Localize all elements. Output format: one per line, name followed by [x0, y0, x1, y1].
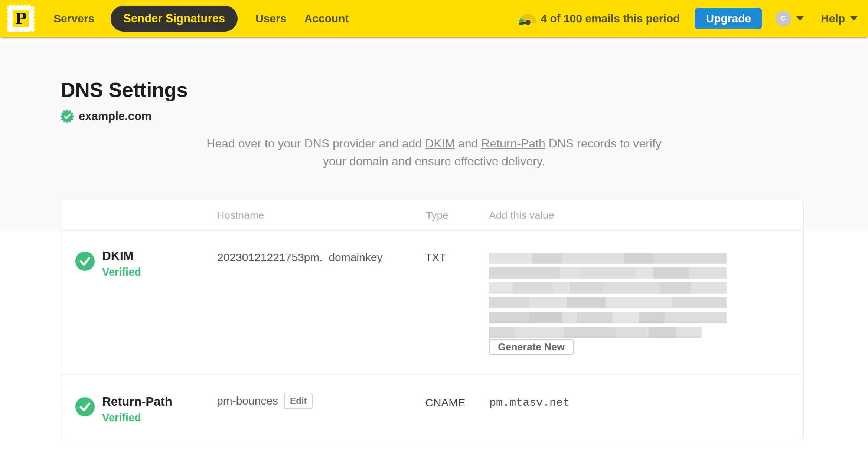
redacted-value-line	[489, 327, 702, 338]
dns-records-card: Hostname Type Add this value DKIM Verifi…	[61, 200, 804, 440]
intro-part2: and	[455, 137, 481, 150]
table-header-divider	[61, 230, 803, 231]
help-menu[interactable]: Help	[821, 12, 858, 25]
gauge-icon	[519, 11, 536, 26]
postmark-stamp-icon[interactable]: P	[6, 4, 36, 33]
top-navbar: P Servers Sender Signatures Users Accoun…	[0, 0, 868, 37]
domain-row: example.com	[60, 109, 151, 123]
column-header-hostname: Hostname	[217, 210, 264, 221]
domain-name: example.com	[79, 110, 151, 123]
column-header-type: Type	[426, 210, 448, 221]
return-path-hostname: pm-bounces	[217, 395, 278, 407]
upgrade-button[interactable]: Upgrade	[695, 8, 762, 29]
return-path-hostname-cell: pm-bounces Edit	[217, 393, 313, 409]
dkim-record-type: TXT	[425, 251, 446, 264]
return-path-link[interactable]: Return-Path	[481, 137, 545, 150]
page-title: DNS Settings	[61, 78, 187, 102]
redacted-value-line	[489, 267, 727, 279]
usage-meter[interactable]: 4 of 100 emails this period	[519, 11, 680, 26]
nav-item-users[interactable]: Users	[255, 12, 286, 25]
column-header-value: Add this value	[489, 210, 554, 221]
record-name: DKIM	[102, 249, 133, 263]
redacted-value-line	[489, 312, 727, 323]
dns-settings-page: P Servers Sender Signatures Users Accoun…	[0, 0, 868, 454]
svg-text:P: P	[15, 10, 27, 28]
help-label: Help	[821, 12, 845, 25]
usage-count-label: 4 of 100 emails this period	[541, 12, 680, 25]
table-row-divider	[61, 374, 803, 375]
generate-new-button[interactable]: Generate New	[489, 339, 574, 355]
check-circle-icon	[75, 252, 95, 271]
record-name: Return-Path	[102, 395, 172, 409]
intro-part1: Head over to your DNS provider and add	[206, 137, 425, 150]
redacted-value-line	[489, 282, 727, 294]
redacted-value-line	[489, 253, 727, 264]
nav-item-sender-signatures-active[interactable]: Sender Signatures	[111, 6, 238, 32]
status-badge: Verified	[102, 412, 141, 424]
edit-button[interactable]: Edit	[284, 393, 313, 409]
nav-item-servers[interactable]: Servers	[53, 12, 94, 25]
status-badge: Verified	[102, 266, 141, 278]
avatar: C	[776, 11, 791, 26]
return-path-record-type: CNAME	[425, 396, 465, 409]
caret-down-icon	[796, 16, 804, 21]
caret-down-icon	[850, 16, 858, 21]
dkim-hostname: 20230121221753pm._domainkey	[217, 251, 382, 264]
redacted-value-line	[489, 297, 727, 308]
account-menu[interactable]: C	[776, 11, 804, 26]
nav-item-account[interactable]: Account	[304, 12, 349, 25]
check-circle-icon	[75, 397, 95, 416]
intro-text: Head over to your DNS provider and add D…	[202, 134, 666, 170]
return-path-value: pm.mtasv.net	[489, 396, 570, 409]
verified-seal-icon	[60, 109, 74, 123]
dkim-link[interactable]: DKIM	[425, 137, 455, 150]
